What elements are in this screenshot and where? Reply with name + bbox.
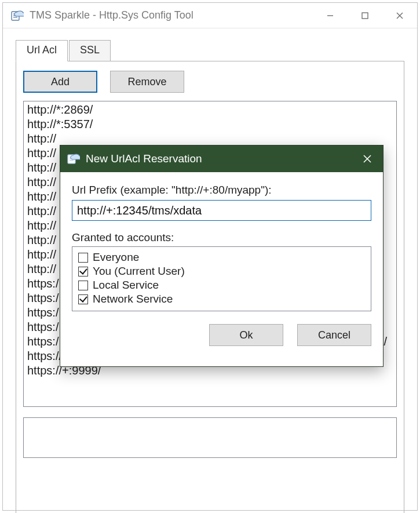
checkbox-network-service[interactable] xyxy=(78,294,88,304)
account-row-local-service[interactable]: Local Service xyxy=(78,278,365,292)
account-label: Local Service xyxy=(93,278,159,292)
window-title: TMS Sparkle - Http.Sys Config Tool xyxy=(30,9,193,21)
tab-urlacl[interactable]: Url Acl xyxy=(16,40,68,61)
add-button[interactable]: Add xyxy=(23,71,97,93)
tabstrip: Url Acl SSL xyxy=(16,40,404,61)
account-label: Everyone xyxy=(93,250,139,264)
dialog-button-row: Ok Cancel xyxy=(72,324,371,346)
dialog-body: Url Prefix (example: "http://+:80/myapp"… xyxy=(60,172,383,366)
url-prefix-input[interactable] xyxy=(72,200,371,221)
new-urlacl-dialog: New UrlAcl Reservation Url Prefix (examp… xyxy=(60,145,384,367)
list-item[interactable]: http://*:2869/ xyxy=(27,103,393,117)
remove-button[interactable]: Remove xyxy=(110,71,184,93)
url-prefix-label: Url Prefix (example: "http://+:80/myapp"… xyxy=(72,184,371,197)
account-label: Network Service xyxy=(93,292,173,306)
account-label: You (Current User) xyxy=(93,264,185,278)
minimize-button[interactable] xyxy=(313,3,348,28)
titlebar: TMS Sparkle - Http.Sys Config Tool xyxy=(3,3,417,28)
checkbox-local-service[interactable] xyxy=(78,281,88,290)
details-box xyxy=(23,417,397,458)
list-item-suffix: / xyxy=(384,334,393,349)
app-icon xyxy=(11,9,24,22)
checkbox-everyone[interactable] xyxy=(78,253,88,263)
account-row-current-user[interactable]: You (Current User) xyxy=(78,264,365,278)
dialog-close-button[interactable] xyxy=(352,145,383,172)
granted-accounts-label: Granted to accounts: xyxy=(72,231,371,244)
window-controls xyxy=(313,3,417,28)
checkbox-current-user[interactable] xyxy=(78,267,88,276)
maximize-button[interactable] xyxy=(348,3,382,28)
list-item[interactable]: https:/ xyxy=(27,334,59,349)
ok-button[interactable]: Ok xyxy=(209,324,283,346)
dialog-title: New UrlAcl Reservation xyxy=(86,152,202,165)
close-button[interactable] xyxy=(382,3,417,28)
toolbar: Add Remove xyxy=(23,71,397,93)
cancel-button[interactable]: Cancel xyxy=(297,324,371,346)
svg-rect-5 xyxy=(362,13,368,19)
dialog-app-icon xyxy=(67,152,80,165)
list-item[interactable]: http:// xyxy=(27,132,393,146)
granted-accounts-box: Everyone You (Current User) Local Servic… xyxy=(72,246,371,311)
tab-ssl[interactable]: SSL xyxy=(69,40,111,61)
list-item[interactable]: http://*:5357/ xyxy=(27,117,393,132)
dialog-titlebar: New UrlAcl Reservation xyxy=(60,145,383,172)
account-row-everyone[interactable]: Everyone xyxy=(78,250,365,264)
account-row-network-service[interactable]: Network Service xyxy=(78,292,365,306)
